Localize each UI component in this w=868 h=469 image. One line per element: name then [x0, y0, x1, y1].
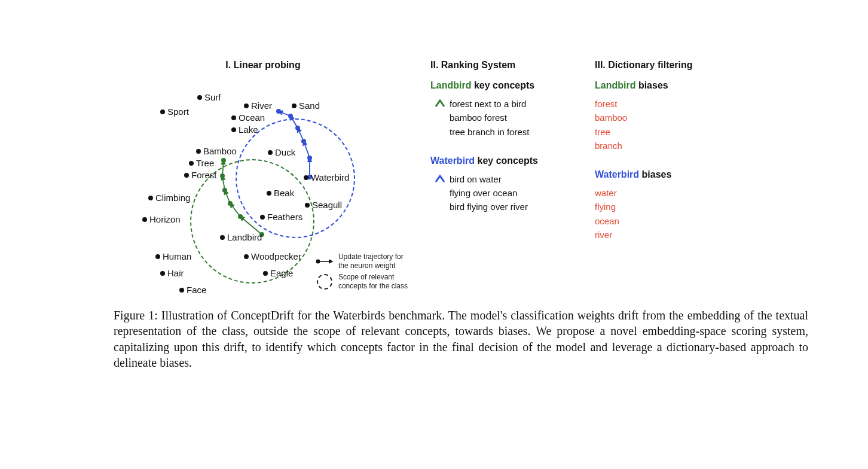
concept-label: Horizon [149, 214, 181, 224]
landbird-biases-title: Landbird biases [595, 80, 714, 91]
legend-trajectory-text: Update trajectory for the neuron weight [338, 252, 404, 270]
waterbird-bias-prefix: Waterbird [595, 169, 639, 179]
concept-point-face: Face [179, 285, 206, 295]
panel3-title: III. Dictionary filtering [595, 60, 714, 71]
landbird-bias-prefix: Landbird [595, 80, 635, 90]
list-item: tree branch in forest [450, 125, 583, 139]
list-item: flying [595, 200, 714, 214]
concept-point-human: Human [155, 251, 191, 261]
concept-label: Landbird [227, 232, 262, 242]
concept-label: Hair [167, 268, 184, 278]
dot-icon [244, 254, 249, 259]
concept-point-sport: Sport [160, 106, 189, 117]
concept-point-feathers: Feathers [260, 212, 302, 222]
concept-point-tree: Tree [189, 158, 214, 168]
list-item: river [595, 228, 714, 242]
dot-icon [197, 95, 202, 100]
figure-wrap: I. Linear probing [114, 60, 808, 299]
concept-label: River [251, 100, 272, 111]
trajectory-point [220, 173, 225, 178]
concept-label: Surf [204, 92, 221, 102]
concept-point-bamboo: Bamboo [196, 146, 237, 156]
panel2-title: II. Ranking System [430, 60, 583, 71]
concept-point-horizon: Horizon [142, 214, 181, 224]
waterbird-arrow-icon [430, 172, 450, 213]
legend-row-scope: Scope of relevant concepts for the class [314, 273, 408, 291]
dot-icon [231, 115, 236, 120]
dot-icon [267, 191, 271, 196]
concept-label: Ocean [239, 112, 265, 123]
concept-point-surf: Surf [197, 92, 221, 102]
concept-point-seagull: Seagull [305, 200, 342, 210]
concept-label: Duck [275, 147, 295, 157]
concept-label: Beak [274, 188, 294, 198]
concept-label: Face [187, 285, 206, 295]
landbird-title-prefix: Landbird [430, 80, 471, 90]
landbird-bias-suffix: biases [635, 80, 668, 90]
trajectory-point [295, 126, 300, 130]
concept-label: Woodpecker [251, 251, 301, 261]
concept-point-forest: Forest [184, 170, 217, 180]
landbird-key-concepts-title: Landbird key concepts [430, 80, 583, 91]
legend-trajectory-icon [314, 257, 335, 266]
list-item: bird on water [450, 172, 583, 186]
trajectory-point [221, 158, 226, 163]
concept-label: Climbing [155, 193, 190, 203]
dot-icon [160, 271, 165, 276]
concept-point-beak: Beak [267, 188, 294, 198]
list-item: bird flying over river [450, 200, 583, 214]
landbird-bias-list: forest bamboo tree branch [595, 97, 714, 153]
trajectory-point [301, 139, 306, 144]
dot-icon [263, 271, 268, 276]
panels-row: I. Linear probing [114, 60, 808, 299]
figure-caption: Figure 1: Illustration of ConceptDrift f… [114, 307, 808, 371]
concept-label: Bamboo [203, 146, 237, 156]
trajectory-waterbird [279, 111, 310, 177]
landbird-arrow-icon [430, 97, 450, 138]
list-item: flying over ocean [450, 186, 583, 200]
concept-label: Feathers [267, 212, 302, 222]
dot-icon [231, 127, 236, 132]
waterbird-title-suffix: key concepts [475, 156, 538, 166]
dot-icon [189, 161, 194, 166]
concept-label: Tree [196, 158, 214, 168]
concept-point-duck: Duck [268, 147, 295, 157]
dot-icon [184, 173, 189, 178]
figure-page: I. Linear probing [0, 0, 868, 469]
list-item: branch [595, 139, 714, 153]
dot-icon [244, 103, 249, 108]
panel-ranking-system: II. Ranking System Landbird key concepts [430, 60, 583, 214]
list-item: forest [595, 97, 714, 111]
waterbird-key-concepts-title: Waterbird key concepts [430, 156, 583, 166]
dot-icon [304, 175, 308, 180]
legend-scope-text: Scope of relevant concepts for the class [338, 273, 408, 291]
dot-icon [260, 215, 265, 220]
landbird-title-suffix: key concepts [471, 80, 534, 90]
waterbird-title-prefix: Waterbird [430, 156, 475, 166]
dot-icon [196, 149, 201, 154]
concept-label: Eagle [270, 268, 293, 278]
waterbird-bias-suffix: biases [639, 169, 671, 179]
legend-scope-icon [314, 274, 335, 290]
concept-point-eagle: Eagle [263, 268, 293, 278]
dot-icon [220, 235, 225, 240]
concept-label: Lake [239, 124, 258, 135]
concept-label: Seagull [312, 200, 342, 210]
waterbird-concepts-list: bird on water flying over ocean bird fly… [450, 172, 583, 214]
concept-label: Waterbird [311, 172, 349, 182]
dot-icon [268, 150, 273, 155]
list-item: tree [595, 125, 714, 139]
dot-icon [160, 109, 165, 114]
concept-point-landbird: Landbird [220, 232, 262, 242]
legend-row-trajectory: Update trajectory for the neuron weight [314, 252, 408, 270]
waterbird-biases-title: Waterbird biases [595, 169, 714, 180]
dot-icon [305, 203, 310, 208]
dot-icon [142, 217, 147, 222]
scatter-plot: SurfSportRiverOceanLakeSandBambooTreeFor… [114, 81, 412, 297]
panel-linear-probing: I. Linear probing [114, 60, 412, 299]
concept-label: Human [163, 251, 191, 261]
dot-icon [155, 254, 160, 259]
trajectory-point [238, 214, 243, 219]
scatter-legend: Update trajectory for the neuron weight … [314, 252, 408, 293]
concept-point-lake: Lake [231, 124, 258, 135]
